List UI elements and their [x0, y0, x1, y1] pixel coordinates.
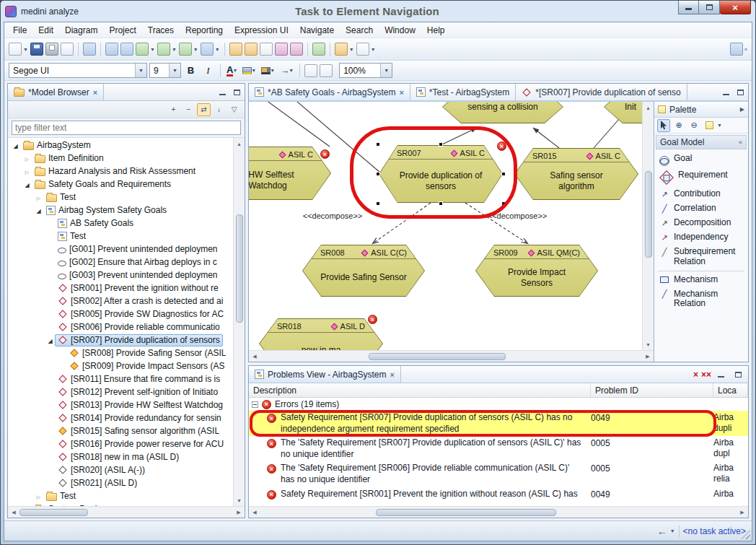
editor-tab[interactable]: *Test - AirbagSystem ×: [410, 84, 516, 100]
canvas-horizontal-scrollbar[interactable]: ◀ ▶: [249, 350, 654, 362]
tree-item-body[interactable]: [SR008] Provide Safing Sensor (ASIL: [66, 347, 229, 359]
node-sr009[interactable]: SR009 ASIL QM(C) Provide Impact Sensors: [475, 245, 598, 297]
tree-item[interactable]: AB Safety Goals: [8, 217, 233, 230]
column-header-problem-id[interactable]: Problem ID: [591, 383, 713, 397]
tree-item-body[interactable]: Item Definition: [32, 152, 107, 165]
align-caret-icon[interactable]: ▼: [215, 47, 220, 52]
tree-vertical-scrollbar[interactable]: ▲ ▼: [233, 138, 245, 506]
italic-button[interactable]: I: [201, 63, 216, 78]
problem-row[interactable]: The 'Safety Requirement [SR006] Provide …: [249, 461, 748, 487]
line-color-caret-icon[interactable]: ▼: [270, 68, 275, 73]
canvas-vertical-scrollbar[interactable]: ▲ ▼: [642, 102, 654, 350]
selection-handle[interactable]: [376, 142, 380, 147]
node-hw-selftest-watchdog[interactable]: ASIL C e HW Selftest Watchdog: [249, 147, 331, 200]
tree-item[interactable]: [G001] Prevent unintended deploymen: [8, 243, 233, 256]
node-sensing-a-collision[interactable]: sensing a collision: [442, 102, 563, 123]
print-button[interactable]: [45, 43, 58, 56]
tree-item-body[interactable]: [SR018] new in ma (ASIL D): [55, 451, 182, 463]
tree-item-body[interactable]: [SR005] Provide SW Diagnostics for AC: [55, 308, 227, 321]
copy-format-button[interactable]: [304, 64, 317, 77]
selection-handle[interactable]: [439, 201, 443, 206]
tree-item-body[interactable]: [SR001] Prevent the ignition without re: [55, 282, 221, 295]
tree-item-body[interactable]: [SR009] Provide Impact Sensors (AS: [66, 360, 227, 372]
problem-row[interactable]: Safety Requirement [SR001] Prevent the i…: [249, 487, 748, 506]
tree-item[interactable]: Airbag System Safety Goals: [8, 204, 233, 217]
tree-item-body[interactable]: [SR011] Ensure that fire command is is: [55, 373, 223, 385]
delete-all-markers-button[interactable]: ××: [701, 370, 711, 380]
tree-item[interactable]: [SR009] Provide Impact Sensors (AS: [8, 359, 233, 372]
close-button[interactable]: [720, 1, 751, 14]
tree-item-body[interactable]: [G003] Prevent unintended deploymen: [55, 269, 220, 282]
close-tab-icon[interactable]: ×: [399, 88, 403, 97]
bookmark-button[interactable]: [275, 43, 288, 56]
menu-item[interactable]: Project: [103, 23, 141, 38]
tree-item[interactable]: [SR013] Provide HW Selftest Watchdog: [8, 398, 233, 411]
editor-tab[interactable]: *[SR007] Provide duplication of senso ×: [516, 84, 687, 100]
selection-handle[interactable]: [376, 172, 380, 176]
problems-tab[interactable]: Problems View - AirbagSystem ×: [249, 366, 401, 383]
collapse-palette-chevron-icon[interactable]: ▶: [740, 106, 744, 113]
expand-arrow-icon[interactable]: [22, 179, 32, 189]
tree-item-body[interactable]: [SR021] (ASIL D): [55, 477, 140, 489]
problem-row[interactable]: The 'Safety Requirement [SR007] Provide …: [249, 436, 748, 461]
palette-tool[interactable]: Goal: [654, 152, 748, 168]
snap-button[interactable]: [120, 43, 133, 56]
menu-item[interactable]: Navigate: [294, 23, 340, 38]
expand-all-button[interactable]: +: [167, 103, 180, 116]
tree-item[interactable]: Test: [8, 230, 233, 243]
tree-item-body[interactable]: [SR013] Provide HW Selftest Watchdog: [55, 399, 226, 411]
collapse-group-icon[interactable]: [252, 401, 258, 408]
expand-arrow-icon[interactable]: [22, 153, 32, 163]
node-init[interactable]: Init: [604, 102, 642, 123]
menu-item[interactable]: Edit: [32, 23, 59, 38]
add-child-button[interactable]: [179, 43, 192, 56]
filter-input[interactable]: [12, 121, 241, 135]
back-arrow-icon[interactable]: ←: [657, 526, 667, 537]
reset-style-button[interactable]: [320, 64, 333, 77]
menu-item[interactable]: Window: [379, 23, 421, 38]
collapse-group-chevron-icon[interactable]: «: [739, 139, 742, 146]
scroll-left-icon[interactable]: ◀: [249, 351, 260, 362]
delete-marker-button[interactable]: ×: [693, 370, 698, 380]
tree-item[interactable]: [G003] Prevent unintended deploymen: [8, 269, 233, 282]
palette-tool[interactable]: Independency: [654, 230, 748, 245]
palette-tool[interactable]: Correlation: [654, 201, 748, 216]
tree-item[interactable]: Test: [8, 489, 233, 502]
text-button[interactable]: [260, 43, 273, 56]
zoom-out-tool-button[interactable]: ⊖: [687, 119, 700, 132]
export-button[interactable]: [61, 43, 74, 56]
scroll-right-icon[interactable]: ▶: [233, 507, 245, 518]
node-sr008[interactable]: SR008 ASIL C(C) Provide Safing Sensor: [302, 245, 425, 297]
scroll-thumb[interactable]: [376, 509, 556, 516]
selection-handle[interactable]: [501, 201, 506, 206]
note-button[interactable]: [229, 43, 242, 56]
tree-item-body[interactable]: [SR006] Provide reliable communicatio: [55, 321, 223, 333]
scroll-thumb[interactable]: [645, 171, 652, 258]
settings-caret-icon[interactable]: ▼: [371, 47, 376, 52]
scroll-right-icon[interactable]: ▶: [737, 507, 748, 518]
zoom-in-tool-button[interactable]: ⊕: [672, 119, 685, 132]
sort-button[interactable]: ↓: [212, 103, 226, 116]
tree-item-body[interactable]: [SR012] Prevent self-ignition of Initiat…: [55, 386, 221, 398]
tree-item[interactable]: [SR012] Prevent self-ignition of Initiat…: [8, 385, 233, 398]
report-caret-icon[interactable]: ▼: [349, 47, 354, 52]
align-button[interactable]: [201, 43, 214, 56]
new-model-button[interactable]: [9, 43, 22, 56]
tree-item[interactable]: [SR007] Provide duplication of sensors: [8, 333, 233, 346]
arrow-style-caret-icon[interactable]: ▼: [289, 68, 294, 73]
tree-item[interactable]: Test: [8, 191, 233, 204]
palette-tool[interactable]: Mechanism: [654, 273, 748, 287]
selection-handle[interactable]: [501, 172, 506, 176]
scroll-right-icon[interactable]: ▶: [642, 351, 654, 362]
tree-item-body[interactable]: [SR014] Provide redundancy for sensin: [55, 412, 224, 424]
column-header-description[interactable]: Description: [249, 383, 591, 397]
expand-arrow-icon[interactable]: [34, 205, 43, 215]
properties-button[interactable]: [83, 43, 96, 56]
selection-handle[interactable]: [376, 201, 380, 206]
view-menu-button[interactable]: ▽: [227, 103, 241, 116]
note-tool-caret-icon[interactable]: ▼: [717, 123, 722, 128]
menu-item[interactable]: Traces: [142, 23, 180, 38]
arrow-style-button[interactable]: →▼: [278, 63, 295, 78]
tree-item-body[interactable]: Test: [43, 191, 79, 204]
menu-item[interactable]: File: [7, 23, 32, 38]
